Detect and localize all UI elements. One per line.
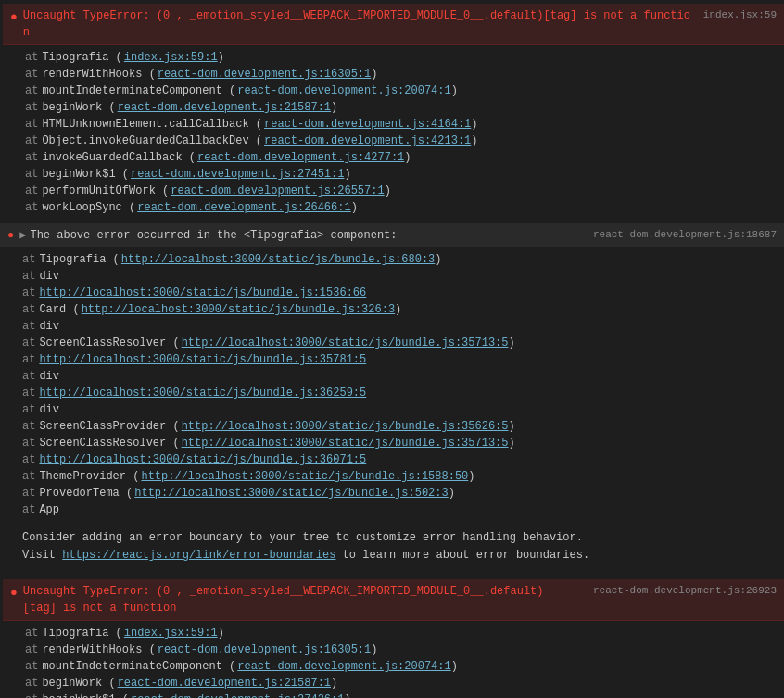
- stack-line: at beginWork$1 (react-dom.development.js…: [25, 166, 777, 183]
- stack-link[interactable]: react-dom.development.js:4164:1: [264, 116, 471, 133]
- stack-link[interactable]: http://localhost:3000/static/js/bundle.j…: [39, 451, 366, 468]
- stack-line: at performUnitOfWork (react-dom.developm…: [25, 183, 777, 199]
- stack-line: at div: [22, 268, 777, 285]
- stack-link[interactable]: react-dom.development.js:26557:1: [171, 183, 384, 199]
- info-text-block: Consider adding an error boundary to you…: [0, 522, 784, 572]
- stack-line: at HTMLUnknownElement.callCallback (reac…: [25, 116, 777, 133]
- error-icon-1: ●: [10, 8, 18, 27]
- stack-line: at mountIndeterminateComponent (react-do…: [25, 658, 777, 675]
- stack-line: at div: [22, 401, 777, 418]
- stack-link[interactable]: http://localhost:3000/static/js/bundle.j…: [182, 435, 509, 451]
- warning-header[interactable]: ● ▶ The above error occurred in the <Tip…: [0, 223, 784, 247]
- info-text-3: to learn more about error boundaries.: [335, 549, 589, 562]
- error-title-2-line2: [tag] is not a function: [23, 602, 177, 615]
- error-block-2: ● Uncaught TypeError: (0 , _emotion_styl…: [0, 576, 784, 698]
- error-title-2: Uncaught TypeError: (0 , _emotion_styled…: [23, 583, 582, 616]
- stack-link[interactable]: http://localhost:3000/static/js/bundle.j…: [39, 385, 366, 401]
- stack-link[interactable]: http://localhost:3000/static/js/bundle.j…: [182, 418, 509, 435]
- stack-line: at Tipografia (index.jsx:59:1): [25, 625, 777, 641]
- warning-icon: ●: [7, 227, 14, 244]
- stack-link[interactable]: http://localhost:3000/static/js/bundle.j…: [121, 251, 435, 268]
- stack-link[interactable]: react-dom.development.js:16305:1: [158, 66, 371, 82]
- stack-line: at beginWork (react-dom.development.js:2…: [25, 675, 777, 692]
- stack-line: at renderWithHooks (react-dom.developmen…: [25, 641, 777, 658]
- stack-link[interactable]: react-dom.development.js:4213:1: [264, 133, 471, 149]
- stack-line: at ScreenClassProvider (http://localhost…: [22, 418, 777, 435]
- error-block-1: ● Uncaught TypeError: (0 , _emotion_styl…: [0, 0, 784, 223]
- warning-source: react-dom.development.js:18687: [593, 227, 777, 243]
- stack-link[interactable]: http://localhost:3000/static/js/bundle.j…: [141, 468, 468, 485]
- stack-line: at workLoopSync (react-dom.development.j…: [25, 199, 777, 216]
- stack-line: at http://localhost:3000/static/js/bundl…: [22, 451, 777, 468]
- error-source-1: index.jsx:59: [703, 7, 777, 23]
- stack-line: at ScreenClassResolver (http://localhost…: [22, 335, 777, 351]
- stack-link[interactable]: index.jsx:59:1: [124, 49, 218, 66]
- stack-line: at ScreenClassResolver (http://localhost…: [22, 435, 777, 451]
- stack-line: at http://localhost:3000/static/js/bundl…: [22, 351, 777, 368]
- stack-line: at renderWithHooks (react-dom.developmen…: [25, 66, 777, 82]
- error-icon-2: ●: [10, 584, 18, 603]
- component-stack: at Tipografia (http://localhost:3000/sta…: [0, 247, 784, 522]
- stack-link[interactable]: http://localhost:3000/static/js/bundle.j…: [182, 335, 509, 351]
- error-title-2-line1: Uncaught TypeError: (0 , _emotion_styled…: [23, 585, 544, 598]
- expand-arrow-icon: ▶: [19, 227, 26, 244]
- stack-link[interactable]: react-dom.development.js:20074:1: [237, 82, 450, 99]
- stack-link[interactable]: react-dom.development.js:21587:1: [118, 675, 331, 692]
- stack-trace-1: at Tipografia (index.jsx:59:1) at render…: [3, 45, 784, 220]
- stack-link[interactable]: react-dom.development.js:26466:1: [137, 199, 350, 216]
- stack-link[interactable]: react-dom.development.js:21587:1: [118, 99, 331, 116]
- stack-link[interactable]: http://localhost:3000/static/js/bundle.j…: [39, 285, 366, 301]
- stack-link[interactable]: index.jsx:59:1: [124, 625, 218, 641]
- info-text-2: Visit: [22, 549, 62, 562]
- stack-link[interactable]: http://localhost:3000/static/js/bundle.j…: [134, 485, 448, 501]
- stack-link[interactable]: react-dom.development.js:27426:1: [131, 692, 344, 698]
- stack-link[interactable]: react-dom.development.js:20074:1: [237, 658, 450, 675]
- error-boundaries-link[interactable]: https://reactjs.org/link/error-boundarie…: [62, 549, 335, 562]
- stack-link[interactable]: http://localhost:3000/static/js/bundle.j…: [39, 351, 366, 368]
- stack-line: at ProvedorTema (http://localhost:3000/s…: [22, 485, 777, 501]
- stack-line: at App: [22, 501, 777, 518]
- warning-block: ● ▶ The above error occurred in the <Tip…: [0, 223, 784, 522]
- console-container: ● Uncaught TypeError: (0 , _emotion_styl…: [0, 0, 784, 698]
- stack-line: at div: [22, 368, 777, 385]
- stack-line: at ThemeProvider (http://localhost:3000/…: [22, 468, 777, 485]
- stack-line: at invokeGuardedCallback (react-dom.deve…: [25, 149, 777, 166]
- stack-line: at mountIndeterminateComponent (react-do…: [25, 82, 777, 99]
- stack-link[interactable]: react-dom.development.js:4277:1: [197, 149, 404, 166]
- stack-link[interactable]: react-dom.development.js:27451:1: [131, 166, 344, 183]
- stack-trace-2: at Tipografia (index.jsx:59:1) at render…: [3, 621, 784, 698]
- stack-line: at Tipografia (http://localhost:3000/sta…: [22, 251, 777, 268]
- error-title-1: Uncaught TypeError: (0 , _emotion_styled…: [23, 7, 692, 41]
- error-header-2: ● Uncaught TypeError: (0 , _emotion_styl…: [3, 579, 784, 621]
- stack-link[interactable]: http://localhost:3000/static/js/bundle.j…: [82, 301, 395, 318]
- warning-text: The above error occurred in the <Tipogra…: [30, 227, 593, 244]
- stack-line: at beginWork (react-dom.development.js:2…: [25, 99, 777, 116]
- stack-line: at Object.invokeGuardedCallbackDev (reac…: [25, 133, 777, 149]
- stack-line: at http://localhost:3000/static/js/bundl…: [22, 285, 777, 301]
- stack-link[interactable]: react-dom.development.js:16305:1: [158, 641, 371, 658]
- stack-line: at Tipografia (index.jsx:59:1): [25, 49, 777, 66]
- error-source-2: react-dom.development.js:26923: [593, 583, 777, 599]
- stack-line: at Card (http://localhost:3000/static/js…: [22, 301, 777, 318]
- error-header-1: ● Uncaught TypeError: (0 , _emotion_styl…: [3, 4, 784, 45]
- stack-line: at http://localhost:3000/static/js/bundl…: [22, 385, 777, 401]
- stack-line: at div: [22, 318, 777, 335]
- stack-line: at beginWork$1 (react-dom.development.js…: [25, 692, 777, 698]
- info-text-1: Consider adding an error boundary to you…: [22, 531, 583, 544]
